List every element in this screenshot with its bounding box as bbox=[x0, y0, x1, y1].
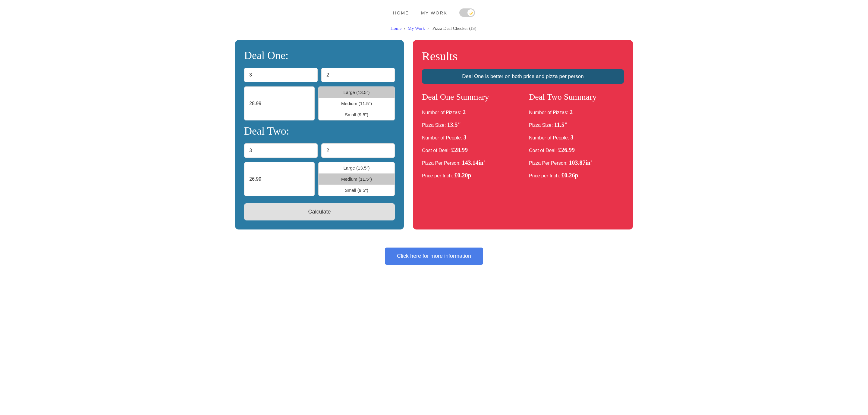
deal-one-pizzas-input[interactable] bbox=[321, 68, 395, 82]
deal-two-summary-heading: Deal Two Summary bbox=[529, 92, 624, 102]
deal-one-price-per-inch: Price per Inch: £0.20p bbox=[422, 171, 517, 179]
deal-two-title: Deal Two: bbox=[244, 125, 395, 137]
toggle-knob: 🌙 bbox=[467, 9, 474, 16]
deal-two-row1 bbox=[244, 143, 395, 158]
deal-two-num-pizzas: Number of Pizzas: 2 bbox=[529, 108, 624, 116]
deal-one-title: Deal One: bbox=[244, 49, 395, 62]
deal-two-pizza-size: Pizza Size: 11.5" bbox=[529, 120, 624, 129]
nav-home[interactable]: HOME bbox=[393, 10, 409, 15]
deal-two-price-per-inch: Price per Inch: £0.26p bbox=[529, 171, 624, 179]
breadcrumb-sep2: › bbox=[427, 26, 429, 31]
summaries: Deal One Summary Number of Pizzas: 2 Piz… bbox=[422, 92, 624, 184]
deal-one-section: Deal One: Large (13.5") Medium (11.5") S… bbox=[244, 49, 395, 120]
deal-two-size-large[interactable]: Large (13.5") bbox=[318, 162, 395, 173]
deal-one-size-listbox: Large (13.5") Medium (11.5") Small (9.5"… bbox=[318, 87, 395, 120]
deal-input-panel: Deal One: Large (13.5") Medium (11.5") S… bbox=[235, 40, 404, 230]
results-title: Results bbox=[422, 49, 624, 63]
deal-one-people-input[interactable] bbox=[244, 68, 318, 82]
deal-two-row2: Large (13.5") Medium (11.5") Small (9.5"… bbox=[244, 162, 395, 196]
deal-one-cost: Cost of Deal: £28.99 bbox=[422, 146, 517, 154]
breadcrumb-home[interactable]: Home bbox=[390, 26, 401, 31]
main-content: Deal One: Large (13.5") Medium (11.5") S… bbox=[223, 40, 645, 242]
deal-one-size-small[interactable]: Small (9.5") bbox=[318, 109, 395, 120]
deal-one-size-medium[interactable]: Medium (11.5") bbox=[318, 98, 395, 109]
bottom-section: Click here for more information bbox=[0, 242, 868, 277]
result-banner: Deal One is better on both price and piz… bbox=[422, 69, 624, 84]
deal-one-pizza-per-person: Pizza Per Person: 143.14in2 bbox=[422, 159, 517, 167]
results-panel: Results Deal One is better on both price… bbox=[413, 40, 633, 230]
moon-icon: 🌙 bbox=[469, 11, 473, 15]
deal-one-size-large[interactable]: Large (13.5") bbox=[318, 87, 395, 98]
deal-two-cost: Cost of Deal: £26.99 bbox=[529, 146, 624, 154]
deal-two-size-medium[interactable]: Medium (11.5") bbox=[318, 173, 395, 184]
deal-one-summary-heading: Deal One Summary bbox=[422, 92, 517, 102]
deal-one-summary: Deal One Summary Number of Pizzas: 2 Piz… bbox=[422, 92, 517, 184]
deal-two-pizza-per-person: Pizza Per Person: 103.87in2 bbox=[529, 159, 624, 167]
deal-one-num-people: Number of People: 3 bbox=[422, 133, 517, 142]
breadcrumb: Home › My Work › Pizza Deal Checker (JS) bbox=[0, 23, 868, 40]
deal-two-people-input[interactable] bbox=[244, 143, 318, 158]
deal-two-pizzas-input[interactable] bbox=[321, 143, 395, 158]
breadcrumb-current: Pizza Deal Checker (JS) bbox=[432, 26, 476, 31]
deal-two-size-listbox: Large (13.5") Medium (11.5") Small (9.5"… bbox=[318, 162, 395, 196]
nav-mywork[interactable]: MY WORK bbox=[421, 10, 447, 15]
main-nav: HOME MY WORK 🌙 bbox=[0, 0, 868, 23]
deal-one-row1 bbox=[244, 68, 395, 82]
breadcrumb-mywork[interactable]: My Work bbox=[408, 26, 425, 31]
calculate-button[interactable]: Calculate bbox=[244, 203, 395, 220]
deal-two-summary: Deal Two Summary Number of Pizzas: 2 Piz… bbox=[529, 92, 624, 184]
deal-two-price-input[interactable] bbox=[244, 162, 315, 196]
deal-one-row2: Large (13.5") Medium (11.5") Small (9.5"… bbox=[244, 87, 395, 120]
deal-two-size-small[interactable]: Small (9.5") bbox=[318, 184, 395, 196]
deal-two-section: Deal Two: Large (13.5") Medium (11.5") S… bbox=[244, 125, 395, 196]
info-button[interactable]: Click here for more information bbox=[385, 248, 483, 265]
deal-one-pizza-size: Pizza Size: 13.5" bbox=[422, 120, 517, 129]
deal-one-num-pizzas: Number of Pizzas: 2 bbox=[422, 108, 517, 116]
dark-mode-toggle[interactable]: 🌙 bbox=[459, 8, 475, 17]
deal-two-num-people: Number of People: 3 bbox=[529, 133, 624, 142]
breadcrumb-sep1: › bbox=[404, 26, 405, 31]
deal-one-price-input[interactable] bbox=[244, 87, 315, 120]
